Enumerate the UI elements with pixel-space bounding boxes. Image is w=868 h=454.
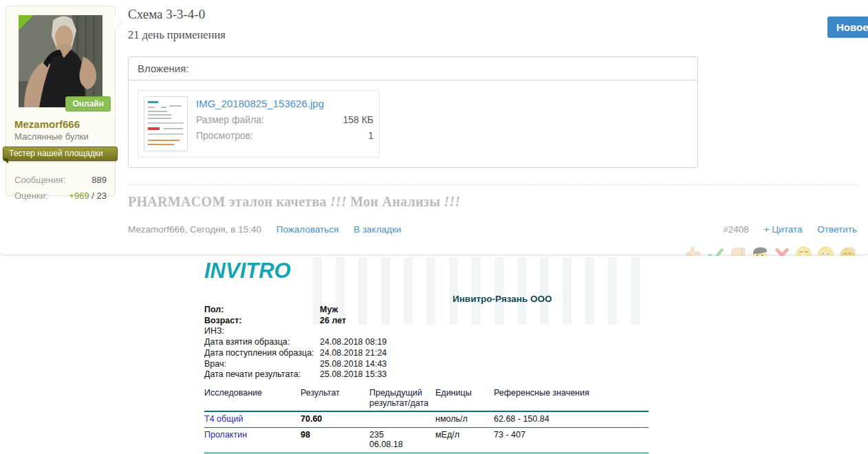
dashed-divider [128, 184, 857, 185]
info-label: Дата взятия образца: [204, 337, 320, 348]
file-size-value: 158 КБ [343, 114, 373, 125]
attachments-box: Вложения: [128, 56, 698, 168]
user-info-card: Онлайн Mezamorf666 Маслянные булки Тесте… [6, 6, 116, 196]
col-header-reference: Референсные значения [494, 388, 649, 409]
quote-link[interactable]: + Цитата [764, 224, 803, 235]
test-units: мЕд/л [435, 430, 494, 450]
test-reference: 62.68 - 150.84 [494, 414, 649, 424]
username-link[interactable]: Mezamorf666 [14, 118, 107, 130]
table-row: Пролактин 98 235 06.08.18 мЕд/л 73 - 407 [204, 428, 649, 453]
table-row: Т4 общий 70.60 нмоль/л 62.68 - 150.84 [204, 412, 649, 428]
thumb-orange-line [148, 144, 174, 145]
heading-text: PHARMACOM эталон качетва [128, 194, 327, 209]
ratings-label: Оценки: [14, 191, 47, 201]
previous-date: 06.08.18 [369, 440, 435, 450]
report-link[interactable]: Пожаловаться [276, 224, 339, 235]
thumb-red-flag-art [148, 127, 160, 130]
thumb-line [148, 114, 171, 116]
new-posts-button[interactable]: Новое [827, 17, 868, 38]
user-custom-title: Маслянные булки [14, 131, 107, 142]
attachment-file-link[interactable]: IMG_20180825_153626.jpg [196, 98, 373, 109]
info-row-sample-taken: Дата взятия образца: 24.08.2018 08:19 [204, 337, 466, 348]
post-subtitle: 21 день применения [128, 28, 857, 42]
online-status-badge: Онлайн [65, 96, 111, 111]
post-title: Схема 3-3-4-0 [128, 7, 857, 22]
reply-link[interactable]: Ответить [817, 224, 857, 235]
attachments-body: IMG_20180825_153626.jpg Размер файла: 15… [129, 80, 697, 167]
test-previous [369, 414, 435, 424]
lab-table-header: Исследование Результат Предыдущий резуль… [204, 388, 649, 412]
info-value: 24.08.2018 21:24 [320, 348, 466, 359]
bookmark-link[interactable]: В закладки [354, 224, 401, 235]
test-name: Т4 общий [204, 414, 301, 424]
post-body-heading: PHARMACOM эталон качетва!!!Мои Анализы!!… [128, 194, 857, 210]
attachment-item: IMG_20180825_153626.jpg Размер файла: 15… [138, 90, 380, 158]
user-banner-ribbon: Тестер нашей площадки [3, 147, 118, 161]
thumb-logo-art [148, 101, 158, 103]
thumb-line [148, 111, 167, 112]
info-label: ИНЗ: [204, 326, 320, 337]
info-label: Дата печати результата: [204, 369, 320, 380]
info-label: Пол: [204, 305, 320, 316]
heading-bang: !!! [330, 194, 347, 209]
heading-bang: !!! [444, 194, 460, 209]
views-label: Просмотров: [196, 130, 253, 141]
info-value: 25.08.2018 14:43 [320, 359, 466, 370]
info-label: Дата поступления образца: [204, 348, 320, 359]
user-stats: Сообщения: 889 Оценки: +969 / 23 [6, 175, 115, 201]
post-number[interactable]: #2408 [723, 224, 749, 235]
lab-patient-info: Пол: Муж Возраст: 26 лет ИНЗ: Дата взяти… [204, 305, 466, 380]
messages-stat-row: Сообщения: 889 [14, 175, 107, 185]
info-label: Возраст: [204, 316, 320, 327]
info-value: 25.08.2018 15:33 [320, 369, 466, 380]
info-value [320, 326, 466, 337]
col-header-previous: Предыдущий результат/дата [369, 388, 435, 409]
ratings-positive: +969 [69, 191, 89, 201]
heading-text: Мои Анализы [350, 194, 440, 209]
info-row-inz: ИНЗ: [204, 326, 466, 337]
thumb-line [148, 107, 155, 108]
info-row-doctor: Врач: 25.08.2018 14:43 [204, 359, 466, 370]
ratings-suffix: / 23 [89, 191, 107, 201]
messages-label: Сообщения: [14, 175, 65, 185]
thumb-line [169, 105, 182, 107]
lab-results-table: Исследование Результат Предыдущий резуль… [204, 388, 649, 454]
views-value: 1 [368, 130, 373, 141]
info-row-sample-received: Дата поступления образца: 24.08.2018 21:… [204, 348, 466, 359]
test-result: 98 [301, 430, 369, 450]
post-meta-right: #2408 + Цитата Ответить [723, 224, 857, 235]
info-value: Муж [320, 305, 466, 316]
test-previous: 235 06.08.18 [369, 430, 435, 450]
attachment-thumbnail[interactable] [144, 96, 188, 151]
attachments-header: Вложения: [129, 57, 697, 80]
ratings-count[interactable]: +969 / 23 [69, 191, 107, 201]
ratings-stat-row: Оценки: +969 / 23 [14, 191, 107, 201]
views-row: Просмотров: 1 [196, 130, 373, 141]
file-size-label: Размер файла: [196, 114, 264, 125]
test-result: 70.60 [301, 414, 369, 424]
message-bubble-arrow [114, 14, 122, 30]
forum-post-card: Онлайн Mezamorf666 Маслянные булки Тесте… [0, 0, 868, 255]
col-header-units: Единицы [435, 388, 494, 409]
lab-report-image[interactable]: INVITRO Инвитро-Рязань ООО Пол: Муж Возр… [0, 256, 868, 454]
thumb-line [164, 128, 183, 129]
previous-value: 235 [369, 430, 435, 440]
info-label: Врач: [204, 359, 320, 370]
post-meta-left: Mezamorf666, Сегодня, в 15:40 Пожаловать… [128, 224, 401, 235]
post-meta-row: Mezamorf666, Сегодня, в 15:40 Пожаловать… [128, 224, 857, 235]
messages-count[interactable]: 889 [91, 175, 107, 185]
invitro-logo: INVITRO [204, 259, 291, 283]
info-row-sex: Пол: Муж [204, 305, 466, 316]
thumb-orange-line [148, 140, 180, 141]
info-value: 24.08.2018 08:19 [320, 337, 466, 348]
info-row-age: Возраст: 26 лет [204, 316, 466, 327]
post-content: Схема 3-3-4-0 21 день применения Вложени… [128, 7, 857, 263]
test-name: Пролактин [204, 430, 301, 450]
col-header-test: Исследование [204, 388, 301, 409]
user-avatar[interactable]: Онлайн [19, 15, 102, 107]
lab-org-name: Инвитро-Рязань ООО [453, 294, 552, 304]
col-header-result: Результат [301, 388, 369, 409]
thumb-line [148, 118, 171, 119]
thumb-line [148, 122, 184, 124]
avatar-corner-flag [19, 15, 34, 30]
